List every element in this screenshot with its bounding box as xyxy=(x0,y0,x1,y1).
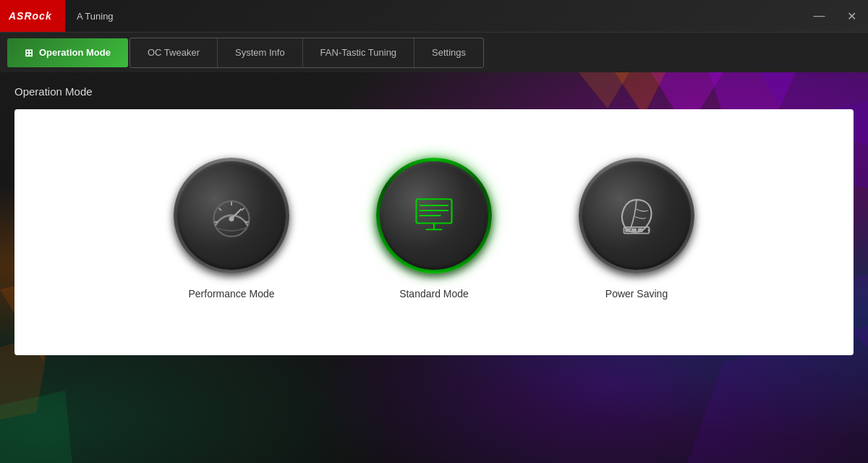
power-saving-card[interactable]: Power Saving xyxy=(579,158,694,300)
content-area: Operation Mode xyxy=(0,72,868,463)
power-saving-label: Power Saving xyxy=(605,288,668,300)
tab-fan-tuning[interactable]: FAN-Tastic Tuning xyxy=(303,38,415,67)
tab-system-info-label: System Info xyxy=(235,47,285,58)
tab-oc-tweaker[interactable]: OC Tweaker xyxy=(130,38,218,67)
speedometer-icon xyxy=(206,190,257,241)
tab-system-info[interactable]: System Info xyxy=(218,38,303,67)
standard-mode-card[interactable]: Standard Mode xyxy=(376,158,492,300)
title-bar: ASRock A Tuning — ✕ xyxy=(0,0,868,33)
app-title: A Tuning xyxy=(65,11,114,22)
close-button[interactable]: ✕ xyxy=(835,0,868,33)
standard-mode-circle-base xyxy=(380,161,488,270)
performance-mode-label: Performance Mode xyxy=(188,288,274,300)
tab-settings[interactable]: Settings xyxy=(414,38,483,67)
performance-mode-card[interactable]: Performance Mode xyxy=(174,158,289,300)
tab-operation-mode[interactable]: ⊞ Operation Mode xyxy=(7,38,128,67)
performance-mode-circle-outer xyxy=(174,158,289,273)
tab-settings-label: Settings xyxy=(432,47,466,58)
monitor-icon xyxy=(409,190,459,241)
standard-mode-label: Standard Mode xyxy=(399,288,469,300)
svg-rect-29 xyxy=(638,229,643,232)
nav-bar: ⊞ Operation Mode OC Tweaker System Info … xyxy=(0,33,868,72)
svg-line-14 xyxy=(219,208,222,211)
tab-operation-mode-label: Operation Mode xyxy=(39,47,111,58)
mode-panel: Performance Mode xyxy=(14,109,854,355)
operation-mode-icon: ⊞ xyxy=(25,47,33,59)
svg-rect-30 xyxy=(648,229,650,232)
performance-mode-circle-base xyxy=(177,161,286,270)
title-bar-left: ASRock A Tuning xyxy=(0,0,114,32)
tab-oc-tweaker-label: OC Tweaker xyxy=(148,47,200,58)
main-content: Operation Mode xyxy=(0,72,868,463)
power-saving-circle-base xyxy=(582,161,691,270)
svg-rect-28 xyxy=(631,229,637,232)
standard-mode-circle-outer xyxy=(376,158,492,273)
leaf-icon xyxy=(611,190,662,241)
power-saving-circle-outer xyxy=(579,158,694,273)
nav-tab-group: OC Tweaker System Info FAN-Tastic Tuning… xyxy=(129,38,484,68)
section-title: Operation Mode xyxy=(14,85,854,98)
tab-fan-tuning-label: FAN-Tastic Tuning xyxy=(320,47,397,58)
svg-point-19 xyxy=(229,216,234,221)
svg-rect-27 xyxy=(625,229,630,232)
svg-line-15 xyxy=(242,208,244,211)
title-bar-controls: — ✕ xyxy=(803,0,868,32)
minimize-button[interactable]: — xyxy=(803,0,835,33)
asrock-logo: ASRock xyxy=(0,0,65,32)
